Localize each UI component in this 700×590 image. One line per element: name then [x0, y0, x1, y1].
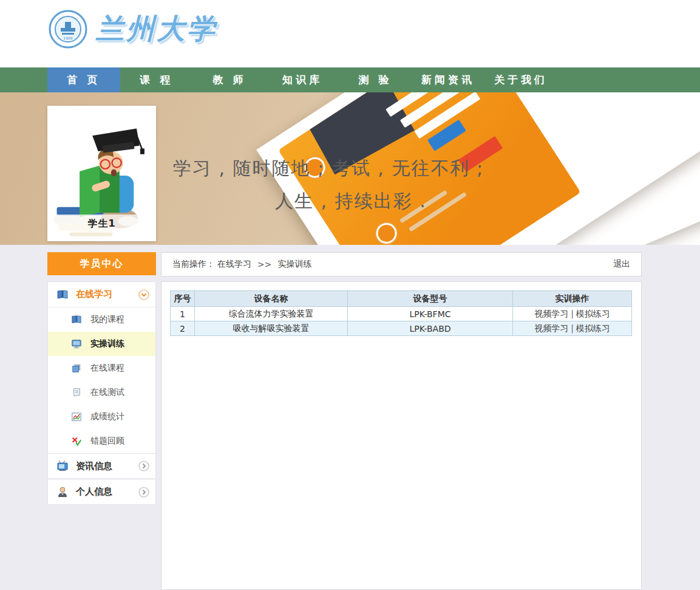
breadcrumb-separator: >> [257, 259, 271, 269]
sidebar-item-online-tests[interactable]: 在线测试 [48, 380, 155, 405]
breadcrumb: 当前操作： 在线学习 >> 实操训练 退出 [161, 252, 642, 276]
sidebar-item-my-courses[interactable]: 我的课程 [48, 307, 155, 332]
student-avatar-card: 学生1 [47, 106, 156, 241]
sidebar-item-label: 在线测试 [90, 387, 124, 398]
svg-text:1909: 1909 [63, 36, 72, 40]
slogan-line-2: 人生 , 持续出彩 . [173, 185, 484, 218]
sidebar-menu: 在线学习 我的课程 [47, 281, 156, 505]
university-name: 兰州大学 [96, 10, 217, 48]
sidebar-item-online-learning[interactable]: 在线学习 [48, 282, 155, 307]
sidebar-item-news-info[interactable]: 资讯信息 [48, 453, 155, 479]
simulation-practice-link[interactable]: 模拟练习 [576, 323, 610, 333]
breadcrumb-prefix: 当前操作： [172, 259, 215, 270]
tv-icon [56, 460, 69, 472]
student-center-header[interactable]: 学员中心 [47, 252, 156, 275]
chevron-down-icon[interactable] [138, 289, 149, 300]
scroll-icon [71, 387, 82, 398]
nav-item-tests[interactable]: 测 验 [339, 67, 412, 92]
person-icon [56, 486, 69, 498]
x-check-icon [71, 436, 82, 447]
sidebar-item-label: 实操训练 [90, 338, 124, 349]
table-row: 2 吸收与解吸实验装置 LPK-BABD 视频学习|模拟练习 [171, 321, 632, 336]
sidebar-item-score-statistics[interactable]: 成绩统计 [48, 405, 155, 429]
cell-device-name: 综合流体力学实验装置 [195, 307, 348, 321]
sidebar: 学员中心 在线学习 [47, 252, 156, 505]
sidebar-item-label: 错题回顾 [90, 436, 124, 447]
chevron-right-icon[interactable] [138, 461, 149, 472]
sidebar-item-personal-info[interactable]: 个人信息 [48, 479, 155, 504]
video-study-link[interactable]: 视频学习 [534, 309, 568, 318]
table-header-row: 序号 设备名称 设备型号 实训操作 [171, 291, 632, 307]
content-area: 当前操作： 在线学习 >> 实操训练 退出 序号 设备名称 设备型号 实训操作 [161, 252, 642, 590]
nav-item-home[interactable]: 首 页 [47, 67, 120, 92]
nav-item-courses[interactable]: 课 程 [120, 67, 193, 92]
cell-index: 2 [171, 321, 195, 336]
device-table: 序号 设备名称 设备型号 实训操作 1 综合流体力学实验装置 LPK-BFMC [170, 290, 632, 336]
chart-icon [71, 411, 82, 422]
op-separator: | [571, 309, 574, 318]
sidebar-item-practical-training[interactable]: 实操训练 [48, 332, 155, 356]
sidebar-item-label: 资讯信息 [76, 461, 112, 472]
open-book-icon [56, 289, 69, 301]
breadcrumb-parent[interactable]: 在线学习 [217, 259, 251, 270]
cell-index: 1 [171, 307, 195, 321]
pages-icon [71, 363, 82, 374]
sidebar-item-label: 个人信息 [76, 486, 112, 498]
cell-actions: 视频学习|模拟练习 [513, 321, 632, 336]
col-header-index: 序号 [171, 291, 195, 307]
chevron-right-icon[interactable] [138, 487, 149, 498]
simulation-practice-link[interactable]: 模拟练习 [576, 309, 610, 318]
nav-item-knowledge[interactable]: 知识库 [266, 67, 339, 92]
sidebar-item-label: 我的课程 [90, 314, 124, 325]
monitor-icon [71, 338, 82, 349]
col-header-name: 设备名称 [195, 291, 348, 307]
exit-button[interactable]: 退出 [613, 259, 630, 270]
slogan-line-1: 学习 , 随时随地 ; 考试 , 无往不利 ; [173, 152, 484, 185]
nav-item-teachers[interactable]: 教 师 [193, 67, 266, 92]
main-nav: 首 页 课 程 教 师 知识库 测 验 新闻资讯 关于我们 [0, 67, 700, 92]
sidebar-item-label: 在线学习 [76, 289, 112, 300]
col-header-action: 实训操作 [513, 291, 632, 307]
cell-device-model: LPK-BFMC [348, 307, 513, 321]
sidebar-item-label: 成绩统计 [90, 411, 124, 422]
cell-actions: 视频学习|模拟练习 [513, 307, 632, 321]
cell-device-model: LPK-BABD [348, 321, 513, 336]
op-separator: | [571, 323, 574, 333]
avatar-name-label: 学生1 [47, 214, 156, 233]
video-study-link[interactable]: 视频学习 [534, 323, 568, 333]
university-logo[interactable]: 1909 兰州大学 [49, 10, 217, 49]
breadcrumb-current: 实操训练 [277, 259, 311, 270]
sidebar-item-wrong-question-review[interactable]: 错题回顾 [48, 429, 155, 453]
page: 1909 兰州大学 首 页 课 程 教 师 知识库 测 验 新闻资讯 关于我们 [0, 0, 700, 590]
site-header: 1909 兰州大学 [0, 0, 700, 67]
book-icon [71, 314, 82, 325]
university-seal-icon: 1909 [49, 10, 87, 49]
main-area: 学员中心 在线学习 [0, 245, 700, 590]
cell-device-name: 吸收与解吸实验装置 [195, 321, 348, 336]
content-panel: 序号 设备名称 设备型号 实训操作 1 综合流体力学实验装置 LPK-BFMC [161, 281, 642, 590]
sidebar-item-label: 在线课程 [90, 363, 124, 374]
table-row: 1 综合流体力学实验装置 LPK-BFMC 视频学习|模拟练习 [171, 307, 632, 321]
nav-item-about[interactable]: 关于我们 [484, 67, 557, 92]
banner-slogan: 学习 , 随时随地 ; 考试 , 无往不利 ; 人生 , 持续出彩 . [173, 152, 484, 218]
col-header-model: 设备型号 [348, 291, 513, 307]
sidebar-item-online-courses[interactable]: 在线课程 [48, 356, 155, 380]
hero-banner: 学生1 学习 , 随时随地 ; 考试 , 无往不利 ; 人生 , 持续出彩 . [0, 92, 700, 245]
nav-item-news[interactable]: 新闻资讯 [412, 67, 484, 92]
